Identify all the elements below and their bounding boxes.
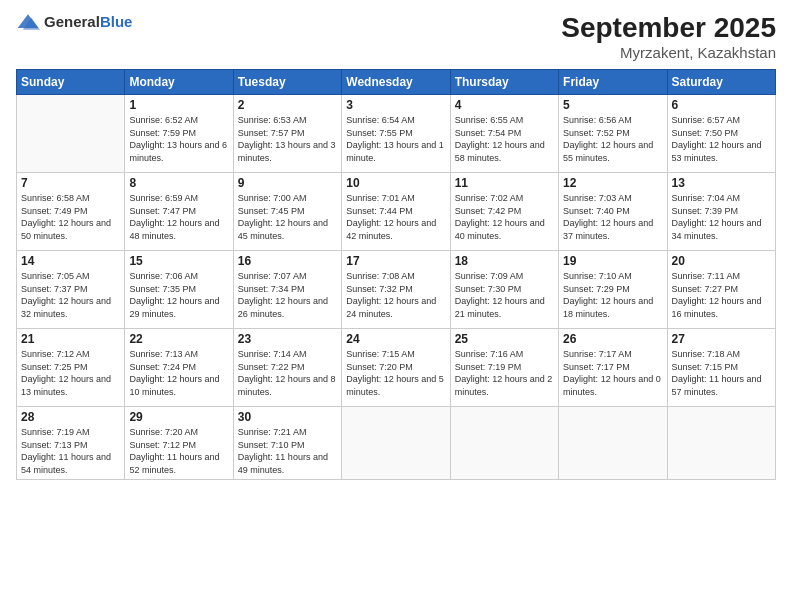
- cell-info: Sunrise: 7:04 AM Sunset: 7:39 PM Dayligh…: [672, 192, 771, 242]
- cell-info: Sunrise: 7:08 AM Sunset: 7:32 PM Dayligh…: [346, 270, 445, 320]
- table-row: 28 Sunrise: 7:19 AM Sunset: 7:13 PM Dayl…: [17, 407, 125, 480]
- table-row: 27 Sunrise: 7:18 AM Sunset: 7:15 PM Dayl…: [667, 329, 775, 407]
- table-row: 10 Sunrise: 7:01 AM Sunset: 7:44 PM Dayl…: [342, 173, 450, 251]
- day-number: 14: [21, 254, 120, 268]
- day-number: 10: [346, 176, 445, 190]
- cell-info: Sunrise: 6:57 AM Sunset: 7:50 PM Dayligh…: [672, 114, 771, 164]
- cell-info: Sunrise: 6:55 AM Sunset: 7:54 PM Dayligh…: [455, 114, 554, 164]
- table-row: 2 Sunrise: 6:53 AM Sunset: 7:57 PM Dayli…: [233, 95, 341, 173]
- table-row: 18 Sunrise: 7:09 AM Sunset: 7:30 PM Dayl…: [450, 251, 558, 329]
- table-row: 13 Sunrise: 7:04 AM Sunset: 7:39 PM Dayl…: [667, 173, 775, 251]
- cell-info: Sunrise: 6:56 AM Sunset: 7:52 PM Dayligh…: [563, 114, 662, 164]
- day-number: 26: [563, 332, 662, 346]
- table-row: 4 Sunrise: 6:55 AM Sunset: 7:54 PM Dayli…: [450, 95, 558, 173]
- table-row: 12 Sunrise: 7:03 AM Sunset: 7:40 PM Dayl…: [559, 173, 667, 251]
- table-row: 17 Sunrise: 7:08 AM Sunset: 7:32 PM Dayl…: [342, 251, 450, 329]
- col-sunday: Sunday: [17, 70, 125, 95]
- day-number: 24: [346, 332, 445, 346]
- day-number: 20: [672, 254, 771, 268]
- cell-info: Sunrise: 6:59 AM Sunset: 7:47 PM Dayligh…: [129, 192, 228, 242]
- header-row: Sunday Monday Tuesday Wednesday Thursday…: [17, 70, 776, 95]
- table-row: 3 Sunrise: 6:54 AM Sunset: 7:55 PM Dayli…: [342, 95, 450, 173]
- cell-info: Sunrise: 7:07 AM Sunset: 7:34 PM Dayligh…: [238, 270, 337, 320]
- title-block: September 2025 Myrzakent, Kazakhstan: [561, 12, 776, 61]
- cell-info: Sunrise: 7:20 AM Sunset: 7:12 PM Dayligh…: [129, 426, 228, 476]
- day-number: 5: [563, 98, 662, 112]
- table-row: [342, 407, 450, 480]
- day-number: 4: [455, 98, 554, 112]
- table-row: [450, 407, 558, 480]
- day-number: 18: [455, 254, 554, 268]
- cell-info: Sunrise: 7:03 AM Sunset: 7:40 PM Dayligh…: [563, 192, 662, 242]
- day-number: 27: [672, 332, 771, 346]
- month-title: September 2025: [561, 12, 776, 44]
- table-row: 7 Sunrise: 6:58 AM Sunset: 7:49 PM Dayli…: [17, 173, 125, 251]
- cell-info: Sunrise: 7:12 AM Sunset: 7:25 PM Dayligh…: [21, 348, 120, 398]
- day-number: 23: [238, 332, 337, 346]
- day-number: 22: [129, 332, 228, 346]
- cell-info: Sunrise: 7:18 AM Sunset: 7:15 PM Dayligh…: [672, 348, 771, 398]
- cell-info: Sunrise: 7:19 AM Sunset: 7:13 PM Dayligh…: [21, 426, 120, 476]
- table-row: [559, 407, 667, 480]
- day-number: 9: [238, 176, 337, 190]
- day-number: 6: [672, 98, 771, 112]
- day-number: 15: [129, 254, 228, 268]
- day-number: 28: [21, 410, 120, 424]
- table-row: 21 Sunrise: 7:12 AM Sunset: 7:25 PM Dayl…: [17, 329, 125, 407]
- cell-info: Sunrise: 7:09 AM Sunset: 7:30 PM Dayligh…: [455, 270, 554, 320]
- table-row: 5 Sunrise: 6:56 AM Sunset: 7:52 PM Dayli…: [559, 95, 667, 173]
- logo: GeneralBlue: [16, 12, 132, 32]
- col-monday: Monday: [125, 70, 233, 95]
- day-number: 13: [672, 176, 771, 190]
- day-number: 25: [455, 332, 554, 346]
- table-row: 9 Sunrise: 7:00 AM Sunset: 7:45 PM Dayli…: [233, 173, 341, 251]
- day-number: 3: [346, 98, 445, 112]
- logo-general: General: [44, 13, 100, 30]
- cell-info: Sunrise: 7:06 AM Sunset: 7:35 PM Dayligh…: [129, 270, 228, 320]
- day-number: 17: [346, 254, 445, 268]
- table-row: 22 Sunrise: 7:13 AM Sunset: 7:24 PM Dayl…: [125, 329, 233, 407]
- day-number: 19: [563, 254, 662, 268]
- cell-info: Sunrise: 7:15 AM Sunset: 7:20 PM Dayligh…: [346, 348, 445, 398]
- header: GeneralBlue September 2025 Myrzakent, Ka…: [16, 12, 776, 61]
- cell-info: Sunrise: 7:14 AM Sunset: 7:22 PM Dayligh…: [238, 348, 337, 398]
- table-row: 23 Sunrise: 7:14 AM Sunset: 7:22 PM Dayl…: [233, 329, 341, 407]
- day-number: 29: [129, 410, 228, 424]
- col-wednesday: Wednesday: [342, 70, 450, 95]
- calendar-container: GeneralBlue September 2025 Myrzakent, Ka…: [0, 0, 792, 492]
- table-row: 26 Sunrise: 7:17 AM Sunset: 7:17 PM Dayl…: [559, 329, 667, 407]
- day-number: 2: [238, 98, 337, 112]
- cell-info: Sunrise: 6:52 AM Sunset: 7:59 PM Dayligh…: [129, 114, 228, 164]
- table-row: 30 Sunrise: 7:21 AM Sunset: 7:10 PM Dayl…: [233, 407, 341, 480]
- calendar-table: Sunday Monday Tuesday Wednesday Thursday…: [16, 69, 776, 480]
- location-title: Myrzakent, Kazakhstan: [561, 44, 776, 61]
- logo-icon: [16, 12, 40, 32]
- cell-info: Sunrise: 7:13 AM Sunset: 7:24 PM Dayligh…: [129, 348, 228, 398]
- table-row: 14 Sunrise: 7:05 AM Sunset: 7:37 PM Dayl…: [17, 251, 125, 329]
- cell-info: Sunrise: 7:21 AM Sunset: 7:10 PM Dayligh…: [238, 426, 337, 476]
- cell-info: Sunrise: 7:10 AM Sunset: 7:29 PM Dayligh…: [563, 270, 662, 320]
- table-row: 20 Sunrise: 7:11 AM Sunset: 7:27 PM Dayl…: [667, 251, 775, 329]
- col-thursday: Thursday: [450, 70, 558, 95]
- table-row: 15 Sunrise: 7:06 AM Sunset: 7:35 PM Dayl…: [125, 251, 233, 329]
- table-row: 29 Sunrise: 7:20 AM Sunset: 7:12 PM Dayl…: [125, 407, 233, 480]
- cell-info: Sunrise: 7:16 AM Sunset: 7:19 PM Dayligh…: [455, 348, 554, 398]
- cell-info: Sunrise: 7:00 AM Sunset: 7:45 PM Dayligh…: [238, 192, 337, 242]
- cell-info: Sunrise: 7:11 AM Sunset: 7:27 PM Dayligh…: [672, 270, 771, 320]
- cell-info: Sunrise: 6:53 AM Sunset: 7:57 PM Dayligh…: [238, 114, 337, 164]
- day-number: 30: [238, 410, 337, 424]
- table-row: 8 Sunrise: 6:59 AM Sunset: 7:47 PM Dayli…: [125, 173, 233, 251]
- table-row: 1 Sunrise: 6:52 AM Sunset: 7:59 PM Dayli…: [125, 95, 233, 173]
- cell-info: Sunrise: 7:05 AM Sunset: 7:37 PM Dayligh…: [21, 270, 120, 320]
- day-number: 16: [238, 254, 337, 268]
- table-row: 25 Sunrise: 7:16 AM Sunset: 7:19 PM Dayl…: [450, 329, 558, 407]
- logo-blue: Blue: [100, 13, 133, 30]
- day-number: 1: [129, 98, 228, 112]
- day-number: 21: [21, 332, 120, 346]
- cell-info: Sunrise: 6:58 AM Sunset: 7:49 PM Dayligh…: [21, 192, 120, 242]
- day-number: 12: [563, 176, 662, 190]
- col-friday: Friday: [559, 70, 667, 95]
- day-number: 7: [21, 176, 120, 190]
- cell-info: Sunrise: 6:54 AM Sunset: 7:55 PM Dayligh…: [346, 114, 445, 164]
- col-saturday: Saturday: [667, 70, 775, 95]
